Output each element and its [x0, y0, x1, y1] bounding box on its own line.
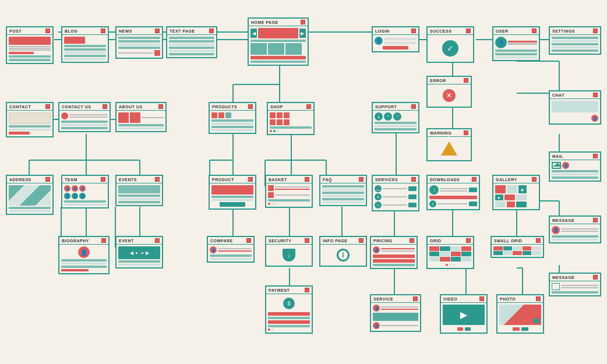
node-product-label: PRODUCT: [212, 178, 234, 182]
node-team[interactable]: TEAM 👤 👤 👤 👤 👤 👤: [61, 175, 109, 208]
node-blog[interactable]: BLOG: [61, 26, 109, 63]
msg1l1: [561, 228, 598, 229]
node-error-header: ERROR: [428, 77, 471, 84]
node-grid[interactable]: GRID: [426, 236, 474, 269]
success-check-icon: ✓: [442, 40, 458, 56]
news-sq: [154, 50, 160, 56]
node-user-header: USER: [493, 27, 539, 35]
prc-t1: [373, 264, 415, 266]
bio-t2: [61, 266, 107, 268]
node-gallery[interactable]: GALLERY ▶ ▶: [492, 175, 540, 210]
set-t1: [552, 37, 598, 39]
sitemap-canvas: POST BLOG: [0, 0, 607, 364]
node-textpage[interactable]: TEXT PAGE: [166, 26, 217, 58]
node-event-body: ◀ ▶: [117, 245, 162, 267]
node-success[interactable]: SUCCESS ✓: [426, 26, 474, 63]
node-post[interactable]: POST: [6, 26, 54, 64]
node-chat[interactable]: CHAT 👤: [549, 90, 601, 125]
node-downloads[interactable]: DOWNLOADS ↓ ℹ: [426, 175, 480, 210]
user-avatar-icon: 👤: [495, 37, 507, 48]
faq-t3: [322, 198, 364, 200]
node-infopage[interactable]: INFO PAGE i: [319, 236, 367, 267]
node-support[interactable]: SUPPORT ℹ ? !: [372, 102, 419, 133]
addr-t1: [9, 207, 51, 209]
svc-icon1: 💻: [375, 185, 382, 192]
node-compare[interactable]: COMPARE 👤: [207, 236, 255, 263]
node-shop[interactable]: SHOP: [267, 102, 315, 135]
node-contact[interactable]: CONTACT: [6, 102, 54, 137]
set-l2: [552, 47, 598, 48]
node-downloads-body: ↓ ℹ: [428, 183, 479, 209]
gd1: [446, 264, 448, 266]
warning-icon-wrap: !: [429, 139, 469, 158]
au-lines: [142, 117, 164, 118]
node-error-body: ✕: [428, 84, 471, 107]
node-products-header: PRODUCTS: [210, 103, 255, 111]
node-security[interactable]: SECURITY ↓: [265, 236, 313, 267]
node-user-dot: [532, 29, 537, 33]
evd1: [136, 252, 137, 254]
post-teal: [9, 55, 51, 58]
node-user[interactable]: USER 👤: [492, 26, 540, 61]
node-mail[interactable]: MAIL 👤: [549, 151, 601, 182]
node-login[interactable]: LOGIN 👤: [372, 26, 419, 52]
pay-t2: [268, 325, 310, 327]
node-basket[interactable]: BASKET: [265, 175, 313, 208]
photo-controls: [499, 327, 541, 331]
dll3: [437, 203, 468, 204]
gal-img3: [504, 195, 515, 200]
node-biography-body: 👤: [59, 245, 108, 273]
node-contactus[interactable]: CONTACT US 📍: [58, 102, 111, 132]
node-address[interactable]: ADDRESS: [6, 175, 54, 215]
addr-l1: [9, 210, 51, 212]
svc-lines1: [383, 188, 407, 189]
tp-t3: [169, 47, 214, 49]
node-news[interactable]: NEWS: [115, 26, 163, 59]
node-service-label: SERVICE: [373, 297, 393, 301]
node-gallery-dot: [532, 177, 537, 182]
hp-img: [258, 28, 298, 38]
event-next-icon: ▶: [146, 250, 149, 256]
node-event-dot: [155, 238, 160, 243]
srv-lines: [381, 306, 418, 310]
prod-l1: [211, 199, 253, 201]
node-payment[interactable]: PAYMENT $: [265, 285, 313, 334]
node-event[interactable]: EVENT ◀ ▶: [115, 236, 163, 268]
node-error[interactable]: ERROR ✕: [426, 76, 472, 108]
pc-prev-icon: [513, 327, 520, 331]
node-products[interactable]: PRODUCTS: [209, 102, 256, 134]
node-event-header: EVENT: [117, 237, 162, 245]
news-t3: [118, 47, 160, 49]
cu-row1: 📍: [61, 112, 108, 119]
grid-dots: [429, 264, 471, 266]
node-smallgrid[interactable]: SMALL GRID: [490, 236, 544, 258]
node-address-header: ADDRESS: [7, 176, 52, 183]
node-product[interactable]: PRODUCT: [209, 175, 256, 210]
node-service[interactable]: SERVICE 👤 👤: [370, 294, 421, 332]
sgc8: [513, 251, 522, 255]
sup-row1: ℹ ? !: [375, 112, 417, 121]
sh-dots: [270, 130, 312, 132]
node-services[interactable]: SERVICES 💻 ⚙ 🔧: [372, 175, 419, 211]
node-events[interactable]: EVENTS: [115, 175, 163, 206]
node-warning[interactable]: WARNING !: [426, 128, 472, 161]
node-message1[interactable]: MESSAGE 👤: [549, 215, 601, 243]
node-aboutus[interactable]: ABOUT US: [115, 102, 167, 132]
post-img: [9, 37, 51, 45]
node-pricing[interactable]: PRICING 👤: [370, 236, 418, 269]
dl-btn: [469, 188, 477, 192]
node-gallery-header: GALLERY: [493, 176, 539, 183]
blog-l1: [64, 52, 106, 54]
news-t2: [118, 40, 160, 43]
team-avatar3: 👤: [79, 185, 86, 192]
node-message2[interactable]: MESSAGE: [549, 273, 601, 296]
node-biography[interactable]: BIOGRAPHY 👤: [58, 236, 110, 274]
team-l1: [64, 204, 106, 206]
sh-row2: [270, 119, 312, 125]
node-photo[interactable]: PHOTO: [496, 294, 544, 334]
node-basket-label: BASKET: [269, 178, 287, 182]
node-settings[interactable]: SETTINGS: [549, 26, 601, 55]
node-video[interactable]: VIDEO ▶: [440, 294, 488, 334]
node-faq[interactable]: FAQ: [319, 175, 367, 206]
node-homepage[interactable]: HOME PAGE ◀ ▶: [248, 17, 309, 66]
